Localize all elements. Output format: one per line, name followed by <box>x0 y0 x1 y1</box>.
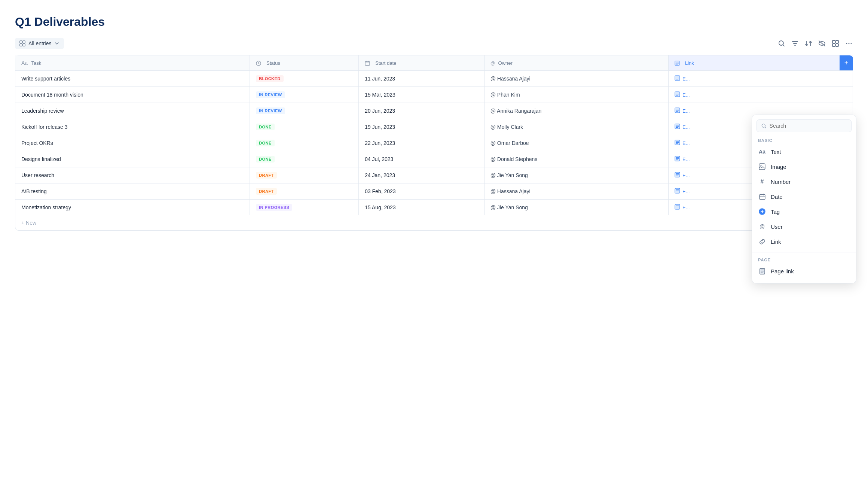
cell-status[interactable]: DRAFT <box>250 183 359 200</box>
status-type-icon <box>256 60 264 66</box>
cell-owner[interactable]: @ Jie Yan Song <box>484 200 668 216</box>
dropdown-search-input[interactable] <box>770 123 847 129</box>
link-type-icon <box>675 60 683 66</box>
table-row: Leadership reviewIN REVIEW20 Jun, 2023@ … <box>15 103 853 119</box>
table-row: Kickoff for release 3DONE19 Jun, 2023@ M… <box>15 119 853 135</box>
svg-rect-0 <box>20 41 22 43</box>
add-column-button[interactable]: + <box>840 55 853 70</box>
cell-task[interactable]: Monetization strategy <box>15 200 250 216</box>
view-icon[interactable] <box>831 39 840 48</box>
cell-status[interactable]: DONE <box>250 151 359 167</box>
filter-icon[interactable] <box>791 39 799 48</box>
svg-rect-15 <box>365 61 370 66</box>
dropdown-item-text-label: Text <box>771 149 781 155</box>
cell-task[interactable]: Project OKRs <box>15 135 250 151</box>
grid-icon <box>19 40 25 46</box>
th-owner[interactable]: @ Owner <box>484 55 668 71</box>
cell-status[interactable]: DRAFT <box>250 167 359 183</box>
dropdown-search-box[interactable] <box>757 119 852 132</box>
dropdown-item-image[interactable]: Image <box>752 159 856 174</box>
status-badge: DRAFT <box>256 172 276 179</box>
new-row-button[interactable]: + New <box>15 215 853 230</box>
status-badge: IN PROGRESS <box>256 204 292 211</box>
section-label-page: PAGE <box>752 255 856 264</box>
table-container: Aa Task Status Start date @ <box>15 55 853 231</box>
cell-owner[interactable]: @ Annika Rangarajan <box>484 103 668 119</box>
all-entries-button[interactable]: All entries <box>15 38 64 49</box>
cell-start-date[interactable]: 22 Jun, 2023 <box>359 135 485 151</box>
cell-task[interactable]: Kickoff for release 3 <box>15 119 250 135</box>
cell-task[interactable]: Designs finalized <box>15 151 250 167</box>
cell-start-date[interactable]: 15 Mar, 2023 <box>359 87 485 103</box>
th-start-date-label: Start date <box>375 60 396 66</box>
doc-icon <box>675 124 680 130</box>
svg-rect-10 <box>836 44 838 46</box>
link-text: E... <box>682 173 690 178</box>
svg-rect-1 <box>23 41 25 43</box>
chevron-down-icon <box>54 41 59 46</box>
all-entries-label: All entries <box>28 40 51 46</box>
cell-task[interactable]: Leadership review <box>15 103 250 119</box>
cell-start-date[interactable]: 15 Aug, 2023 <box>359 200 485 216</box>
cell-task[interactable]: Document 18 month vision <box>15 87 250 103</box>
cell-status[interactable]: DONE <box>250 135 359 151</box>
dropdown-item-number[interactable]: # Number <box>752 174 856 189</box>
svg-point-4 <box>779 41 783 45</box>
svg-rect-8 <box>836 40 838 43</box>
new-row-label: + New <box>21 220 36 226</box>
cell-link[interactable]: E... <box>669 87 853 103</box>
cell-start-date[interactable]: 03 Feb, 2023 <box>359 183 485 200</box>
th-link[interactable]: Link + <box>669 55 853 71</box>
cell-status[interactable]: BLOCKED <box>250 71 359 87</box>
hide-icon[interactable] <box>818 39 826 48</box>
cell-status[interactable]: IN REVIEW <box>250 103 359 119</box>
cell-owner[interactable]: @ Molly Clark <box>484 119 668 135</box>
sort-icon[interactable] <box>804 39 813 48</box>
cell-owner[interactable]: @ Jie Yan Song <box>484 167 668 183</box>
th-start-date[interactable]: Start date <box>359 55 485 71</box>
cell-status[interactable]: IN PROGRESS <box>250 200 359 216</box>
dropdown-item-tag[interactable]: Tag <box>752 204 856 219</box>
cell-task[interactable]: A/B testing <box>15 183 250 200</box>
cell-task[interactable]: User research <box>15 167 250 183</box>
cell-start-date[interactable]: 04 Jul, 2023 <box>359 151 485 167</box>
dropdown-item-user[interactable]: @ User <box>752 219 856 234</box>
image-icon <box>758 163 766 171</box>
cell-start-date[interactable]: 19 Jun, 2023 <box>359 119 485 135</box>
th-status[interactable]: Status <box>250 55 359 71</box>
cell-start-date[interactable]: 24 Jan, 2023 <box>359 167 485 183</box>
cell-status[interactable]: DONE <box>250 119 359 135</box>
dropdown-item-number-label: Number <box>771 179 791 185</box>
cell-owner[interactable]: @ Omar Darboe <box>484 135 668 151</box>
cell-owner[interactable]: @ Hassana Ajayi <box>484 71 668 87</box>
cell-task[interactable]: Write support articles <box>15 71 250 87</box>
dropdown-item-date[interactable]: Date <box>752 189 856 204</box>
cell-owner[interactable]: @ Hassana Ajayi <box>484 183 668 200</box>
cell-start-date[interactable]: 20 Jun, 2023 <box>359 103 485 119</box>
cell-status[interactable]: IN REVIEW <box>250 87 359 103</box>
search-icon[interactable] <box>777 39 786 48</box>
user-icon: @ <box>758 222 766 231</box>
cell-owner[interactable]: @ Donald Stephens <box>484 151 668 167</box>
table-row: Designs finalizedDONE04 Jul, 2023@ Donal… <box>15 151 853 167</box>
tag-icon <box>758 207 766 216</box>
svg-rect-2 <box>20 44 22 46</box>
doc-icon <box>675 172 680 179</box>
section-label-basic: BASIC <box>752 136 856 144</box>
cell-owner[interactable]: @ Phan Kim <box>484 87 668 103</box>
more-icon[interactable] <box>845 39 853 48</box>
link-text: E... <box>682 76 690 82</box>
table-row: Document 18 month visionIN REVIEW15 Mar,… <box>15 87 853 103</box>
cell-link[interactable]: E... <box>669 71 853 87</box>
th-task[interactable]: Aa Task <box>15 55 250 71</box>
page-link-icon <box>758 267 766 275</box>
dropdown-item-page-link[interactable]: Page link <box>752 264 856 279</box>
toolbar: All entries <box>15 38 853 49</box>
dropdown-item-text[interactable]: Aa Text <box>752 144 856 159</box>
owner-type-icon: @ <box>490 60 495 66</box>
table-row: Project OKRsDONE22 Jun, 2023@ Omar Darbo… <box>15 135 853 151</box>
svg-rect-7 <box>832 40 835 43</box>
table-body: Write support articlesBLOCKED11 Jun, 202… <box>15 71 853 216</box>
dropdown-item-link[interactable]: Link <box>752 234 856 249</box>
cell-start-date[interactable]: 11 Jun, 2023 <box>359 71 485 87</box>
